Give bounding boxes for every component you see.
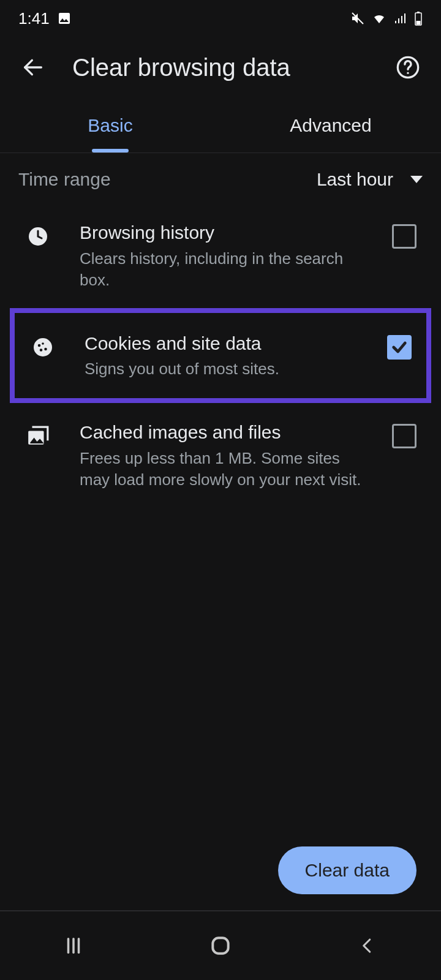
system-navbar (0, 911, 441, 980)
clock-icon (27, 225, 49, 247)
item-title: Cached images and files (80, 420, 370, 445)
svg-rect-7 (417, 12, 420, 13)
mute-icon (350, 11, 365, 26)
time-range-row[interactable]: Time range Last hour (0, 153, 441, 206)
cookie-icon (32, 336, 54, 358)
images-icon (26, 425, 50, 448)
help-button[interactable] (393, 53, 423, 82)
item-subtitle: Clears history, including in the search … (80, 248, 370, 291)
item-subtitle: Signs you out of most sites. (85, 358, 365, 380)
signal-icon (393, 11, 408, 26)
svg-point-16 (42, 342, 44, 345)
time-range-value: Last hour (317, 169, 423, 190)
image-indicator-icon (57, 11, 72, 26)
appbar: Clear browsing data (0, 37, 441, 98)
item-cookies[interactable]: Cookies and site data Signs you out of m… (10, 308, 431, 404)
svg-point-13 (38, 344, 41, 347)
home-button[interactable] (184, 934, 257, 957)
check-icon (391, 339, 408, 356)
recents-icon (63, 935, 84, 956)
clear-data-button[interactable]: Clear data (278, 846, 417, 894)
back-button[interactable] (18, 53, 48, 82)
wifi-icon (371, 11, 387, 26)
checkbox-cached[interactable] (392, 424, 417, 448)
arrow-left-icon (21, 55, 45, 80)
statusbar: 1:41 (0, 0, 441, 37)
item-subtitle: Frees up less than 1 MB. Some sites may … (80, 448, 370, 491)
tab-basic[interactable]: Basic (0, 98, 221, 153)
svg-point-11 (407, 72, 409, 74)
dropdown-triangle-icon (410, 176, 423, 183)
item-title: Browsing history (80, 221, 370, 246)
svg-point-15 (44, 347, 47, 350)
checkbox-cookies[interactable] (387, 335, 412, 360)
home-squircle-icon (209, 934, 232, 957)
item-cached[interactable]: Cached images and files Frees up less th… (0, 405, 441, 505)
svg-rect-21 (213, 938, 228, 953)
svg-rect-8 (417, 21, 421, 24)
item-title: Cookies and site data (85, 331, 365, 356)
statusbar-time: 1:41 (18, 9, 50, 28)
back-nav-button[interactable] (331, 937, 404, 955)
action-row: Clear data (278, 846, 417, 894)
help-circle-icon (396, 55, 420, 80)
svg-rect-0 (59, 13, 70, 24)
time-range-selected: Last hour (317, 169, 393, 190)
chevron-left-icon (358, 937, 377, 955)
time-range-label: Time range (18, 169, 111, 190)
recents-button[interactable] (37, 935, 110, 956)
tabs: Basic Advanced (0, 98, 441, 153)
svg-point-14 (40, 349, 43, 352)
checkbox-browsing-history[interactable] (392, 224, 417, 249)
tab-advanced[interactable]: Advanced (221, 98, 441, 153)
page-title: Clear browsing data (72, 54, 369, 81)
item-browsing-history[interactable]: Browsing history Clears history, includi… (0, 206, 441, 306)
battery-icon (414, 11, 423, 26)
